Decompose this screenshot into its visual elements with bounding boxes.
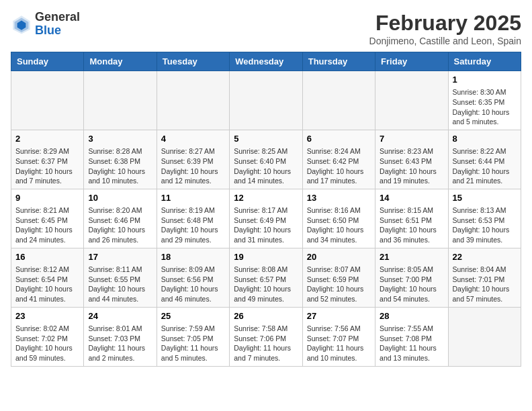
day-info: Sunrise: 8:04 AM Sunset: 7:01 PM Dayligh… — [453, 265, 517, 304]
day-info: Sunrise: 8:24 AM Sunset: 6:42 PM Dayligh… — [307, 146, 371, 186]
calendar-cell: 14Sunrise: 8:15 AM Sunset: 6:51 PM Dayli… — [375, 189, 448, 248]
weekday-header-wednesday: Wednesday — [230, 52, 302, 71]
day-info: Sunrise: 8:11 AM Sunset: 6:55 PM Dayligh… — [88, 265, 152, 304]
day-info: Sunrise: 8:16 AM Sunset: 6:50 PM Dayligh… — [307, 205, 371, 245]
day-number: 26 — [234, 310, 298, 322]
logo-text: General Blue — [35, 11, 80, 38]
calendar-cell: 15Sunrise: 8:13 AM Sunset: 6:53 PM Dayli… — [448, 189, 521, 248]
calendar-cell: 28Sunrise: 7:55 AM Sunset: 7:08 PM Dayli… — [375, 307, 448, 366]
calendar-cell: 12Sunrise: 8:17 AM Sunset: 6:49 PM Dayli… — [230, 189, 302, 248]
day-number: 5 — [234, 133, 298, 145]
calendar-cell: 3Sunrise: 8:28 AM Sunset: 6:38 PM Daylig… — [84, 130, 157, 189]
day-number: 27 — [307, 310, 371, 322]
calendar-cell — [84, 71, 157, 130]
day-info: Sunrise: 8:15 AM Sunset: 6:51 PM Dayligh… — [380, 205, 443, 245]
calendar-cell — [448, 307, 521, 366]
day-number: 16 — [15, 251, 79, 263]
month-title: February 2025 — [369, 11, 521, 36]
calendar-cell — [157, 71, 229, 130]
day-info: Sunrise: 8:20 AM Sunset: 6:46 PM Dayligh… — [88, 205, 152, 245]
day-info: Sunrise: 8:30 AM Sunset: 6:35 PM Dayligh… — [453, 87, 517, 127]
day-info: Sunrise: 8:08 AM Sunset: 6:57 PM Dayligh… — [234, 265, 298, 304]
day-info: Sunrise: 8:19 AM Sunset: 6:48 PM Dayligh… — [161, 205, 225, 245]
calendar-cell: 18Sunrise: 8:09 AM Sunset: 6:56 PM Dayli… — [157, 248, 229, 307]
day-number: 18 — [161, 251, 225, 263]
day-info: Sunrise: 8:13 AM Sunset: 6:53 PM Dayligh… — [453, 205, 517, 245]
day-info: Sunrise: 8:22 AM Sunset: 6:44 PM Dayligh… — [453, 146, 517, 186]
calendar-cell: 20Sunrise: 8:07 AM Sunset: 6:59 PM Dayli… — [302, 248, 375, 307]
day-number: 19 — [234, 251, 298, 263]
calendar-cell: 4Sunrise: 8:27 AM Sunset: 6:39 PM Daylig… — [157, 130, 229, 189]
week-row-5: 23Sunrise: 8:02 AM Sunset: 7:02 PM Dayli… — [11, 307, 521, 366]
day-number: 2 — [15, 133, 79, 145]
day-info: Sunrise: 8:23 AM Sunset: 6:43 PM Dayligh… — [380, 146, 443, 186]
day-info: Sunrise: 8:05 AM Sunset: 7:00 PM Dayligh… — [380, 265, 443, 304]
day-info: Sunrise: 8:07 AM Sunset: 6:59 PM Dayligh… — [307, 265, 371, 304]
day-number: 23 — [15, 310, 79, 322]
page-header: General Blue February 2025 Donjimeno, Ca… — [11, 11, 521, 46]
weekday-header-row: SundayMondayTuesdayWednesdayThursdayFrid… — [11, 52, 521, 71]
title-block: February 2025 Donjimeno, Castille and Le… — [369, 11, 521, 46]
calendar-cell: 23Sunrise: 8:02 AM Sunset: 7:02 PM Dayli… — [11, 307, 84, 366]
calendar-cell — [11, 71, 84, 130]
logo-icon — [11, 13, 32, 35]
calendar-cell: 5Sunrise: 8:25 AM Sunset: 6:40 PM Daylig… — [230, 130, 302, 189]
day-info: Sunrise: 8:17 AM Sunset: 6:49 PM Dayligh… — [234, 205, 298, 245]
day-info: Sunrise: 8:09 AM Sunset: 6:56 PM Dayligh… — [161, 265, 225, 304]
day-info: Sunrise: 7:59 AM Sunset: 7:05 PM Dayligh… — [161, 324, 225, 363]
calendar-cell: 17Sunrise: 8:11 AM Sunset: 6:55 PM Dayli… — [84, 248, 157, 307]
calendar-cell — [302, 71, 375, 130]
calendar-cell: 9Sunrise: 8:21 AM Sunset: 6:45 PM Daylig… — [11, 189, 84, 248]
weekday-header-monday: Monday — [84, 52, 157, 71]
calendar-cell: 22Sunrise: 8:04 AM Sunset: 7:01 PM Dayli… — [448, 248, 521, 307]
calendar-cell: 19Sunrise: 8:08 AM Sunset: 6:57 PM Dayli… — [230, 248, 302, 307]
day-number: 24 — [88, 310, 152, 322]
day-number: 7 — [380, 133, 443, 145]
day-info: Sunrise: 8:21 AM Sunset: 6:45 PM Dayligh… — [15, 205, 79, 245]
week-row-1: 1Sunrise: 8:30 AM Sunset: 6:35 PM Daylig… — [11, 71, 521, 130]
day-number: 15 — [453, 192, 517, 204]
day-info: Sunrise: 7:58 AM Sunset: 7:06 PM Dayligh… — [234, 324, 298, 363]
day-number: 25 — [161, 310, 225, 322]
calendar-cell: 2Sunrise: 8:29 AM Sunset: 6:37 PM Daylig… — [11, 130, 84, 189]
day-number: 20 — [307, 251, 371, 263]
day-number: 8 — [453, 133, 517, 145]
day-number: 10 — [88, 192, 152, 204]
weekday-header-tuesday: Tuesday — [157, 52, 229, 71]
day-info: Sunrise: 8:29 AM Sunset: 6:37 PM Dayligh… — [15, 146, 79, 186]
day-info: Sunrise: 7:55 AM Sunset: 7:08 PM Dayligh… — [380, 324, 443, 363]
calendar-cell: 26Sunrise: 7:58 AM Sunset: 7:06 PM Dayli… — [230, 307, 302, 366]
calendar-cell: 24Sunrise: 8:01 AM Sunset: 7:03 PM Dayli… — [84, 307, 157, 366]
day-number: 9 — [15, 192, 79, 204]
day-info: Sunrise: 8:25 AM Sunset: 6:40 PM Dayligh… — [234, 146, 298, 186]
calendar-cell: 1Sunrise: 8:30 AM Sunset: 6:35 PM Daylig… — [448, 71, 521, 130]
calendar-cell — [230, 71, 302, 130]
calendar-cell: 16Sunrise: 8:12 AM Sunset: 6:54 PM Dayli… — [11, 248, 84, 307]
day-info: Sunrise: 8:28 AM Sunset: 6:38 PM Dayligh… — [88, 146, 152, 186]
day-info: Sunrise: 8:01 AM Sunset: 7:03 PM Dayligh… — [88, 324, 152, 363]
calendar-cell: 7Sunrise: 8:23 AM Sunset: 6:43 PM Daylig… — [375, 130, 448, 189]
calendar-cell: 6Sunrise: 8:24 AM Sunset: 6:42 PM Daylig… — [302, 130, 375, 189]
day-number: 14 — [380, 192, 443, 204]
calendar-cell — [375, 71, 448, 130]
calendar-cell: 27Sunrise: 7:56 AM Sunset: 7:07 PM Dayli… — [302, 307, 375, 366]
day-number: 6 — [307, 133, 371, 145]
week-row-3: 9Sunrise: 8:21 AM Sunset: 6:45 PM Daylig… — [11, 189, 521, 248]
calendar-cell: 25Sunrise: 7:59 AM Sunset: 7:05 PM Dayli… — [157, 307, 229, 366]
day-info: Sunrise: 8:02 AM Sunset: 7:02 PM Dayligh… — [15, 324, 79, 363]
location-subtitle: Donjimeno, Castille and Leon, Spain — [369, 36, 521, 46]
day-number: 13 — [307, 192, 371, 204]
day-number: 17 — [88, 251, 152, 263]
weekday-header-friday: Friday — [375, 52, 448, 71]
day-number: 21 — [380, 251, 443, 263]
calendar-cell: 11Sunrise: 8:19 AM Sunset: 6:48 PM Dayli… — [157, 189, 229, 248]
weekday-header-saturday: Saturday — [448, 52, 521, 71]
day-info: Sunrise: 7:56 AM Sunset: 7:07 PM Dayligh… — [307, 324, 371, 363]
day-number: 1 — [453, 74, 517, 86]
weekday-header-thursday: Thursday — [302, 52, 375, 71]
day-number: 11 — [161, 192, 225, 204]
calendar-cell: 10Sunrise: 8:20 AM Sunset: 6:46 PM Dayli… — [84, 189, 157, 248]
week-row-2: 2Sunrise: 8:29 AM Sunset: 6:37 PM Daylig… — [11, 130, 521, 189]
day-number: 28 — [380, 310, 443, 322]
day-number: 12 — [234, 192, 298, 204]
